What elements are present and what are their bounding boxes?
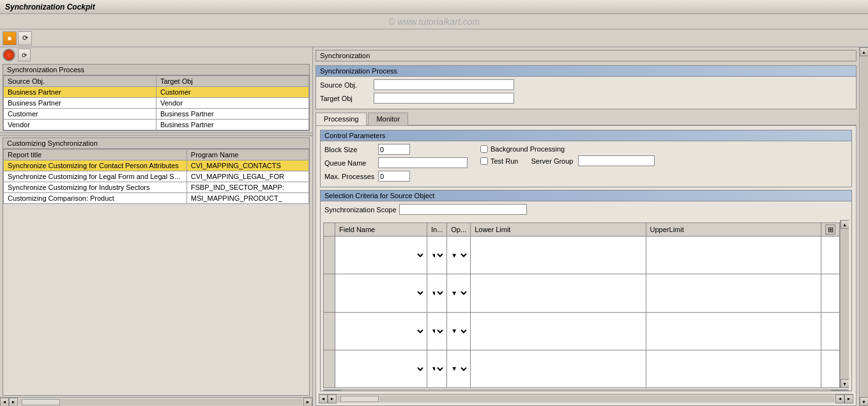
block-size-input[interactable] (378, 144, 410, 155)
table-row[interactable]: VendorBusiness Partner (4, 120, 309, 130)
cell-lower-0[interactable] (471, 237, 646, 274)
sel-scroll-up[interactable]: ▲ (841, 220, 849, 229)
sel-col-marker (324, 223, 335, 237)
cell-field-1[interactable] (335, 274, 427, 312)
cell-upper-2[interactable] (646, 312, 821, 350)
lower-input-0[interactable] (472, 251, 644, 260)
bg-processing-checkbox[interactable] (480, 145, 488, 153)
cell-upper-3[interactable] (646, 350, 821, 387)
cell-upper-0[interactable] (646, 237, 821, 274)
upper-input-1[interactable] (648, 288, 819, 298)
cell-in-3[interactable]: ▼ (427, 350, 446, 387)
cell-icon-3 (821, 350, 840, 387)
upper-input-3[interactable] (648, 364, 819, 373)
table-row[interactable]: CustomerBusiness Partner (4, 109, 309, 120)
right-content-area: Synchronization Synchronization Process … (313, 47, 859, 406)
control-params-group: Control Parameters Block Size (320, 130, 852, 187)
left-scroll-right[interactable]: ► (9, 398, 18, 407)
sync-section-header: Synchronization (316, 50, 857, 61)
table-row[interactable]: Synchronize Customizing for Legal Form a… (4, 171, 309, 182)
in-select-1[interactable]: ▼ (429, 288, 445, 298)
sel-scroll-right[interactable]: ► (332, 390, 341, 391)
toolbar-btn-2[interactable]: ⟳ (18, 31, 32, 45)
cell-upper-1[interactable] (646, 274, 821, 312)
toolbar-btn-1[interactable]: ● (3, 31, 17, 45)
source-obj-input[interactable] (374, 79, 514, 90)
max-processes-input[interactable] (378, 171, 410, 182)
cell-target: Vendor (156, 98, 309, 109)
lower-input-1[interactable] (472, 288, 644, 298)
table-row[interactable]: Customizing Comparison: ProductMSI_MAPPI… (4, 193, 309, 204)
cell-op-2[interactable]: ▼ (447, 312, 471, 350)
sel-hscrollbar[interactable]: ◄ ► ◄ ► (323, 389, 849, 391)
right-scroll-end-right[interactable]: ► (844, 394, 853, 403)
target-obj-row: Target Obj (320, 93, 852, 104)
cell-lower-3[interactable] (471, 350, 646, 387)
right-scroll-left[interactable]: ◄ (319, 394, 328, 403)
right-bottom-scrollbar[interactable]: ◄ ► ◄ ► (319, 394, 853, 403)
left-sync-process-section: Synchronization Process Source Obj. Targ… (3, 64, 310, 131)
right-scroll-right[interactable]: ► (328, 394, 337, 403)
server-group-input[interactable] (578, 155, 655, 166)
upper-input-0[interactable] (648, 251, 819, 260)
sel-scroll-down[interactable]: ▼ (841, 379, 849, 388)
sync-scope-input[interactable] (399, 204, 527, 215)
field-select-1[interactable] (337, 288, 425, 298)
left-toolbar-btn-1[interactable] (3, 49, 15, 61)
row-marker-0 (324, 237, 335, 274)
cell-op-0[interactable]: ▼ (447, 237, 471, 274)
lower-input-3[interactable] (472, 364, 644, 373)
cell-report-title: Synchronize Customizing for Legal Form a… (4, 171, 187, 182)
tab-processing[interactable]: Processing (316, 113, 367, 125)
right-vscrollbar[interactable]: ▲ ▼ (859, 47, 868, 406)
table-row[interactable]: Business PartnerCustomer (4, 87, 309, 98)
op-select-2[interactable]: ▼ (448, 326, 469, 336)
field-select-0[interactable] (337, 250, 425, 260)
row-marker-3 (324, 350, 335, 387)
right-scroll-end-left[interactable]: ◄ (835, 394, 844, 403)
sel-scroll-left[interactable]: ◄ (323, 390, 332, 391)
sel-scroll-right2[interactable]: ◄ (831, 390, 840, 391)
field-select-3[interactable] (337, 364, 425, 374)
cell-op-1[interactable]: ▼ (447, 274, 471, 312)
sel-scroll-right3[interactable]: ► (840, 390, 849, 391)
left-scroll-left[interactable]: ◄ (0, 398, 9, 407)
in-select-0[interactable]: ▼ (429, 250, 445, 260)
cell-lower-2[interactable] (471, 312, 646, 350)
left-hscrollbar[interactable]: ◄ ► ► (0, 397, 312, 406)
cell-field-2[interactable] (335, 312, 427, 350)
right-scroll-down[interactable]: ▼ (860, 397, 869, 406)
op-select-1[interactable]: ▼ (448, 288, 469, 298)
target-obj-input[interactable] (374, 93, 514, 104)
right-scroll-up[interactable]: ▲ (860, 47, 869, 56)
tab-monitor[interactable]: Monitor (368, 113, 408, 125)
cell-in-1[interactable]: ▼ (427, 274, 446, 312)
in-select-3[interactable]: ▼ (429, 364, 445, 374)
field-select-2[interactable] (337, 326, 425, 336)
op-select-3[interactable]: ▼ (448, 364, 469, 374)
table-row[interactable]: Synchronize Customizing for Contact Pers… (4, 160, 309, 171)
cell-in-0[interactable]: ▼ (427, 237, 446, 274)
left-scroll-right2[interactable]: ► (303, 398, 312, 407)
cell-op-3[interactable]: ▼ (447, 350, 471, 387)
sel-vscrollbar[interactable]: ▲ ▼ (840, 220, 849, 388)
cell-field-3[interactable] (335, 350, 427, 387)
queue-name-input[interactable] (378, 157, 468, 168)
upper-input-2[interactable] (648, 326, 819, 336)
sync-process-group-title: Synchronization Process (316, 66, 856, 77)
cell-field-0[interactable] (335, 237, 427, 274)
cell-lower-1[interactable] (471, 274, 646, 312)
sync-process-header: Synchronization Process (3, 65, 309, 75)
server-group-label: Server Group (531, 157, 573, 165)
splitter[interactable]: ··· (0, 132, 312, 136)
list-item: ▼ ▼ (324, 312, 840, 350)
cell-source: Customer (4, 109, 156, 120)
test-run-checkbox[interactable] (480, 157, 488, 165)
lower-input-2[interactable] (472, 326, 644, 336)
left-toolbar-btn-2[interactable]: ⟳ (18, 49, 31, 61)
in-select-2[interactable]: ▼ (429, 326, 445, 336)
op-select-0[interactable]: ▼ (448, 250, 469, 260)
table-row[interactable]: Synchronize Customizing for Industry Sec… (4, 182, 309, 193)
table-row[interactable]: Business PartnerVendor (4, 98, 309, 109)
cell-in-2[interactable]: ▼ (427, 312, 446, 350)
